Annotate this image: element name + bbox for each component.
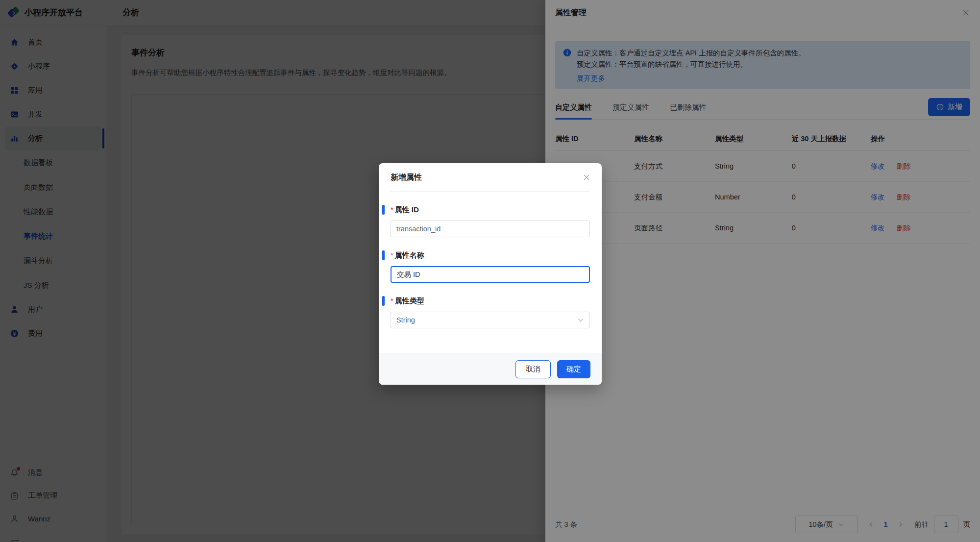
required-mark: * — [391, 206, 393, 214]
field-attribute-id: * 属性 ID — [391, 205, 590, 237]
modal-close-icon[interactable] — [582, 173, 591, 182]
select-value: String — [396, 316, 415, 324]
field-label: 属性名称 — [395, 251, 424, 260]
field-attribute-type: * 属性类型 String — [391, 296, 590, 328]
required-mark: * — [391, 297, 393, 305]
confirm-button[interactable]: 确定 — [557, 360, 590, 378]
field-label: 属性 ID — [395, 205, 419, 215]
label-accent-bar — [382, 205, 385, 215]
modal-title: 新增属性 — [391, 173, 422, 181]
attribute-name-input[interactable] — [391, 266, 590, 283]
add-attribute-modal: 新增属性 * 属性 ID * 属性名称 — [379, 163, 602, 385]
label-accent-bar — [382, 296, 385, 306]
app-screen: 小程序开放平台 分析 首页 小程序 应用 开发 — [0, 0, 980, 542]
modal-header-divider — [391, 191, 590, 192]
modal-header: 新增属性 — [379, 163, 602, 192]
required-mark: * — [391, 251, 393, 259]
label-accent-bar — [382, 250, 385, 260]
attribute-id-input[interactable] — [391, 221, 590, 237]
cancel-button[interactable]: 取消 — [515, 360, 551, 378]
chevron-down-icon — [577, 317, 584, 323]
field-label: 属性类型 — [395, 296, 424, 306]
modal-body: * 属性 ID * 属性名称 * 属性类型 — [379, 192, 602, 353]
field-attribute-name: * 属性名称 — [391, 250, 590, 283]
attribute-type-select[interactable]: String — [391, 312, 590, 328]
modal-footer: 取消 确定 — [379, 353, 602, 385]
